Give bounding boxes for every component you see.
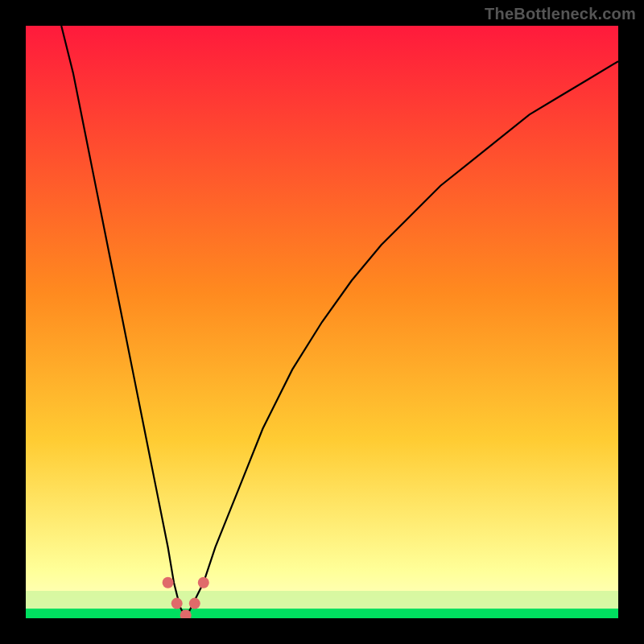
marker-point [198, 577, 209, 588]
marker-point [171, 598, 183, 609]
green-band [26, 609, 618, 618]
chart-frame [26, 26, 618, 618]
marker-point [189, 598, 200, 609]
green-fade [26, 591, 618, 609]
chart-svg [26, 26, 618, 618]
watermark-text: TheBottleneck.com [485, 5, 636, 23]
marker-point [163, 577, 174, 588]
